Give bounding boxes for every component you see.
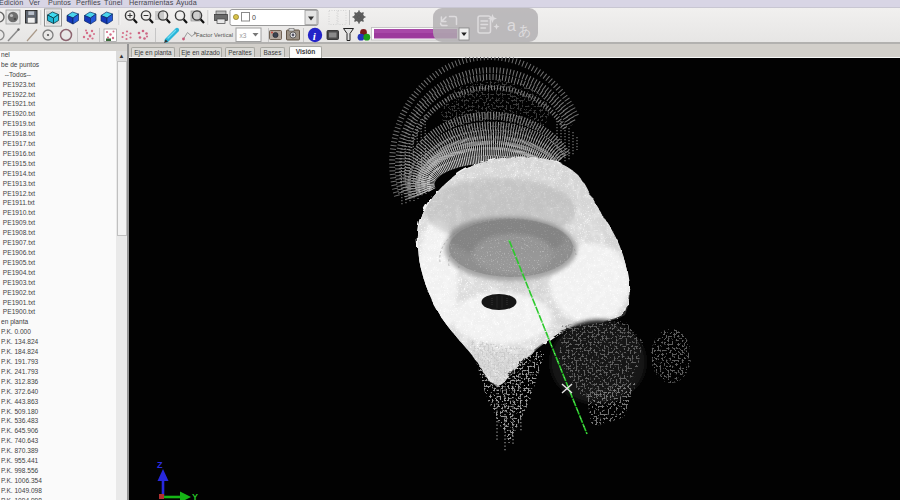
svg-text:0: 0 <box>252 14 256 21</box>
svg-text:x3: x3 <box>240 32 247 39</box>
svg-text:a: a <box>507 17 516 34</box>
svg-text:Z: Z <box>157 460 163 470</box>
svg-text:Y: Y <box>192 492 198 500</box>
svg-text:あ: あ <box>518 23 531 38</box>
